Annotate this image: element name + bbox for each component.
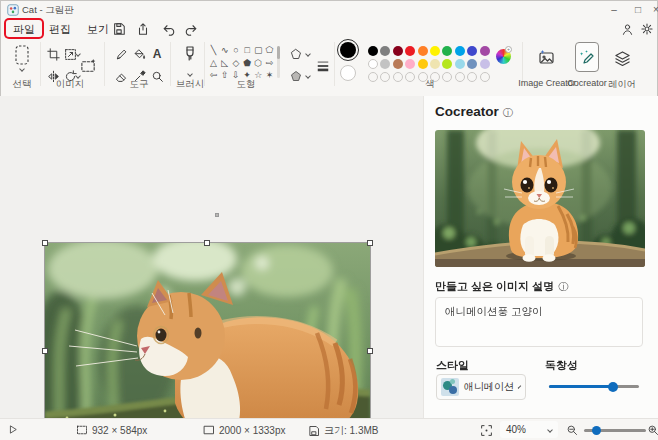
empty-color-slot[interactable] <box>442 72 452 82</box>
empty-color-slot[interactable] <box>455 72 465 82</box>
shape-item[interactable]: ⇨ <box>264 57 275 69</box>
shape-item[interactable]: ⬠ <box>264 44 275 56</box>
shape-item[interactable]: ∿ <box>219 44 230 56</box>
menu-edit[interactable]: 편집 <box>42 20 78 37</box>
shape-item[interactable]: ▢ <box>253 44 264 56</box>
color-swatch[interactable] <box>467 59 477 69</box>
fit-to-screen-icon[interactable] <box>480 424 493 437</box>
shape-item[interactable]: △ <box>208 57 219 69</box>
share-icon[interactable] <box>134 21 152 37</box>
style-dropdown[interactable]: 애니메이션 <box>436 374 526 400</box>
color-swatch[interactable] <box>380 46 390 56</box>
color-swatch[interactable] <box>393 59 403 69</box>
selection-handle[interactable] <box>367 240 373 246</box>
selection-handle[interactable] <box>367 348 373 354</box>
zoom-dropdown-chevron-icon[interactable] <box>547 427 553 433</box>
layers-icon[interactable] <box>610 46 634 70</box>
selection-handle[interactable] <box>204 240 210 246</box>
color-swatch[interactable] <box>442 59 452 69</box>
pencil-icon[interactable] <box>111 44 131 64</box>
color-swatch[interactable] <box>405 59 415 69</box>
color-swatch[interactable] <box>418 46 428 56</box>
cocreator-tab-label[interactable]: Cocreator <box>567 78 607 88</box>
color-swatch[interactable] <box>380 59 390 69</box>
remove-background-icon[interactable] <box>76 54 100 78</box>
shape-item[interactable]: ⬟ <box>242 57 253 69</box>
generated-image-preview[interactable] <box>435 130 645 267</box>
color-swatch[interactable] <box>455 59 465 69</box>
color-swatch[interactable] <box>430 46 440 56</box>
shape-item[interactable]: ⇦ <box>208 69 219 81</box>
selection-handle[interactable] <box>42 240 48 246</box>
magnifier-icon[interactable] <box>147 66 167 86</box>
shapes-scrollbar[interactable] <box>277 46 280 78</box>
empty-color-slot[interactable] <box>380 72 390 82</box>
shape-item[interactable]: □ <box>242 44 253 56</box>
shape-item[interactable]: ╲ <box>208 44 219 56</box>
cocreator-icon[interactable] <box>577 46 597 68</box>
empty-color-slot[interactable] <box>480 72 490 82</box>
zoom-in-icon[interactable] <box>647 424 658 436</box>
empty-color-slot[interactable] <box>405 72 415 82</box>
creativity-thumb[interactable] <box>608 382 618 392</box>
layers-label[interactable]: 레이어 <box>609 78 636 91</box>
empty-color-slot[interactable] <box>368 72 378 82</box>
prompt-info-icon[interactable]: ⓘ <box>558 281 568 292</box>
color-swatch[interactable] <box>467 46 477 56</box>
creativity-slider[interactable] <box>549 385 639 388</box>
color-swatch[interactable] <box>418 59 428 69</box>
shape-item[interactable]: ✶ <box>264 69 275 81</box>
color-swatch[interactable] <box>405 46 415 56</box>
canvas-image[interactable] <box>45 243 370 440</box>
zoom-level-dropdown[interactable]: 40% <box>500 421 558 438</box>
color-swatch[interactable] <box>480 59 490 69</box>
zoom-slider[interactable] <box>584 429 646 432</box>
minimize-button[interactable]: – <box>604 2 624 16</box>
empty-color-slot[interactable] <box>467 72 477 82</box>
shape-fill-icon[interactable] <box>288 66 304 86</box>
prompt-input[interactable]: 애니메이션풍 고양이 <box>435 297 643 347</box>
edit-colors-wheel-icon[interactable]: + <box>496 49 511 64</box>
color-swatch[interactable] <box>393 46 403 56</box>
menu-file[interactable]: 파일 <box>6 20 42 37</box>
account-icon[interactable] <box>618 21 636 37</box>
color-swatch[interactable] <box>442 46 452 56</box>
maximize-button[interactable]: □ <box>628 2 648 16</box>
color-swatch[interactable] <box>480 46 490 56</box>
shape-item[interactable]: ⬡ <box>253 57 264 69</box>
save-icon[interactable] <box>110 21 128 37</box>
shape-item[interactable]: ◺ <box>219 57 230 69</box>
canvas-area[interactable] <box>0 96 423 418</box>
fill-dropdown-chevron-icon[interactable] <box>305 73 311 79</box>
settings-gear-icon[interactable] <box>638 21 656 37</box>
color-swatch[interactable] <box>455 46 465 56</box>
select-tool-button[interactable] <box>8 41 36 75</box>
color-swatch[interactable] <box>368 46 378 56</box>
canvas-resize-handle[interactable] <box>215 213 219 217</box>
selection-handle[interactable] <box>42 348 48 354</box>
select-dropdown-chevron-icon[interactable] <box>19 66 25 72</box>
shape-item[interactable]: ◇ <box>230 57 241 69</box>
style-dropdown-chevron-icon[interactable] <box>518 385 522 389</box>
color-swatch[interactable] <box>368 59 378 69</box>
undo-icon[interactable] <box>159 21 177 37</box>
empty-color-slot[interactable] <box>393 72 403 82</box>
zoom-out-icon[interactable] <box>566 424 578 436</box>
primary-color-swatch[interactable] <box>340 42 356 58</box>
line-width-icon[interactable] <box>313 54 333 78</box>
text-tool-icon[interactable]: A <box>147 44 167 64</box>
zoom-slider-thumb[interactable] <box>592 426 601 435</box>
brush-icon[interactable] <box>178 42 202 68</box>
shape-item[interactable]: ⇧ <box>219 69 230 81</box>
fill-bucket-icon[interactable] <box>129 44 149 64</box>
image-creator-icon[interactable] <box>535 46 559 70</box>
shape-outline-icon[interactable] <box>288 44 304 64</box>
shape-item[interactable]: ○ <box>230 44 241 56</box>
close-button[interactable]: × <box>646 2 658 16</box>
color-swatch[interactable] <box>430 59 440 69</box>
eraser-icon[interactable] <box>111 66 131 86</box>
outline-dropdown-chevron-icon[interactable] <box>305 51 311 57</box>
info-icon[interactable]: ⓘ <box>503 107 513 118</box>
secondary-color-swatch[interactable] <box>340 65 356 81</box>
brush-dropdown-chevron-icon[interactable] <box>187 71 193 77</box>
